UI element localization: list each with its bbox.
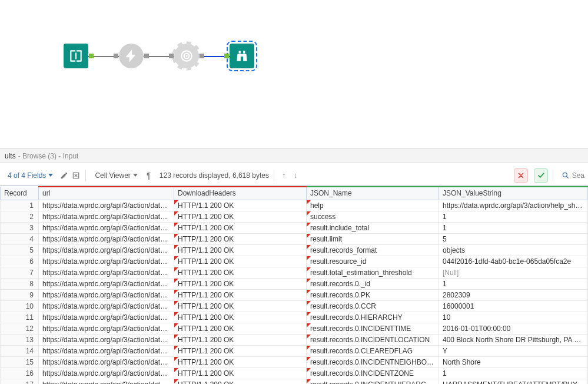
cell-json-valuestring[interactable]: Y xyxy=(439,345,588,356)
cell-download-headers[interactable]: HTTP/1.1 200 OK xyxy=(174,312,307,323)
edit-icon[interactable] xyxy=(59,171,69,180)
cell-download-headers[interactable]: HTTP/1.1 200 OK xyxy=(174,368,307,379)
cell-json-name[interactable]: result.records.0.INCIDENTLOCATION xyxy=(307,334,439,345)
search-box[interactable]: Sea xyxy=(562,171,584,180)
cell-json-name[interactable]: result.records.0.HIERARCHY xyxy=(307,312,439,323)
cell-json-valuestring[interactable]: https://data.wprdc.org/api/3/action/help… xyxy=(439,200,588,211)
cell-download-headers[interactable]: HTTP/1.1 200 OK xyxy=(174,211,307,222)
cell-json-name[interactable]: result.records.0.INCIDENTZONE xyxy=(307,368,439,379)
cell-json-name[interactable]: result.records.0.INCIDENTTIME xyxy=(307,323,439,334)
cell-json-valuestring[interactable]: [Null] xyxy=(439,267,588,278)
cell-json-name[interactable]: result.records.0.PK xyxy=(307,289,439,300)
table-row[interactable]: 4https://data.wprdc.org/api/3/action/dat… xyxy=(1,233,588,244)
cell-download-headers[interactable]: HTTP/1.1 200 OK xyxy=(174,222,307,233)
cell-json-name[interactable]: result.records_format xyxy=(307,244,439,256)
reject-button[interactable] xyxy=(514,168,528,183)
cell-url[interactable]: https://data.wprdc.org/api/3/action/data… xyxy=(39,323,174,334)
cell-url[interactable]: https://data.wprdc.org/api/3/action/data… xyxy=(39,345,174,356)
table-row[interactable]: 15https://data.wprdc.org/api/3/action/da… xyxy=(1,356,588,368)
cell-json-valuestring[interactable]: 1 xyxy=(439,368,588,379)
cell-download-headers[interactable]: HTTP/1.1 200 OK xyxy=(174,233,307,244)
cell-json-valuestring[interactable]: 5 xyxy=(439,233,588,244)
table-row[interactable]: 17https://data.wprdc.org/api/3/action/da… xyxy=(1,379,588,384)
cell-download-headers[interactable]: HTTP/1.1 200 OK xyxy=(174,256,307,267)
cell-json-valuestring[interactable]: HARRASSMENT/THREAT/ATTEMPT/PHY xyxy=(439,379,588,384)
cell-download-headers[interactable]: HTTP/1.1 200 OK xyxy=(174,379,307,384)
cell-json-name[interactable]: result.include_total xyxy=(307,222,439,233)
cell-url[interactable]: https://data.wprdc.org/api/3/action/data… xyxy=(39,278,174,289)
cell-json-name[interactable]: help xyxy=(307,200,439,211)
cell-url[interactable]: https://data.wprdc.org/api/3/action/data… xyxy=(39,334,174,345)
cell-json-name[interactable]: result.records.0.INCIDENTHIERARCHYDESC xyxy=(307,379,439,384)
cell-download-headers[interactable]: HTTP/1.1 200 OK xyxy=(174,345,307,356)
cell-json-name[interactable]: result.resource_id xyxy=(307,256,439,267)
cell-download-headers[interactable]: HTTP/1.1 200 OK xyxy=(174,244,307,256)
table-row[interactable]: 3https://data.wprdc.org/api/3/action/dat… xyxy=(1,222,588,233)
cell-url[interactable]: https://data.wprdc.org/api/3/action/data… xyxy=(39,211,174,222)
cell-json-name[interactable]: result.total_estimation_threshold xyxy=(307,267,439,278)
table-row[interactable]: 6https://data.wprdc.org/api/3/action/dat… xyxy=(1,256,588,267)
col-url[interactable]: url xyxy=(39,187,174,200)
table-row[interactable]: 1https://data.wprdc.org/api/3/action/dat… xyxy=(1,200,588,211)
cell-download-headers[interactable]: HTTP/1.1 200 OK xyxy=(174,334,307,345)
cell-url[interactable]: https://data.wprdc.org/api/3/action/data… xyxy=(39,289,174,300)
cell-url[interactable]: https://data.wprdc.org/api/3/action/data… xyxy=(39,233,174,244)
table-row[interactable]: 16https://data.wprdc.org/api/3/action/da… xyxy=(1,368,588,379)
cell-json-valuestring[interactable]: North Shore xyxy=(439,356,588,368)
table-row[interactable]: 12https://data.wprdc.org/api/3/action/da… xyxy=(1,323,588,334)
download-node[interactable] xyxy=(119,44,144,68)
cell-url[interactable]: https://data.wprdc.org/api/3/action/data… xyxy=(39,312,174,323)
input-anchor[interactable] xyxy=(169,54,174,58)
cell-json-name[interactable]: success xyxy=(307,211,439,222)
browse-node[interactable] xyxy=(230,44,254,68)
cell-url[interactable]: https://data.wprdc.org/api/3/action/data… xyxy=(39,256,174,267)
output-anchor[interactable] xyxy=(89,54,94,58)
cell-download-headers[interactable]: HTTP/1.1 200 OK xyxy=(174,267,307,278)
col-json-name[interactable]: JSON_Name xyxy=(307,187,439,200)
input-anchor[interactable] xyxy=(114,54,118,58)
cell-url[interactable]: https://data.wprdc.org/api/3/action/data… xyxy=(39,368,174,379)
cell-json-valuestring[interactable]: 16000001 xyxy=(439,300,588,312)
cell-json-valuestring[interactable]: 400 Block North Shore DR Pittsburgh, PA … xyxy=(439,334,588,345)
accept-button[interactable] xyxy=(534,168,548,183)
cell-json-valuestring[interactable]: 10 xyxy=(439,312,588,323)
col-json-valuestring[interactable]: JSON_ValueString xyxy=(439,187,588,200)
cell-url[interactable]: https://data.wprdc.org/api/3/action/data… xyxy=(39,356,174,368)
paragraph-icon[interactable]: ¶ xyxy=(144,171,154,180)
cell-json-valuestring[interactable]: 044f2016-1dfd-4ab0-bc1e-065da05fca2e xyxy=(439,256,588,267)
arrow-up-icon[interactable]: ↑ xyxy=(279,171,288,180)
clear-icon[interactable] xyxy=(71,171,81,180)
text-input-node[interactable] xyxy=(64,44,88,68)
table-row[interactable]: 10https://data.wprdc.org/api/3/action/da… xyxy=(1,300,588,312)
cell-download-headers[interactable]: HTTP/1.1 200 OK xyxy=(174,289,307,300)
cell-json-name[interactable]: result.records.0.CCR xyxy=(307,300,439,312)
output-anchor[interactable] xyxy=(200,54,204,58)
table-row[interactable]: 13https://data.wprdc.org/api/3/action/da… xyxy=(1,334,588,345)
col-download-headers[interactable]: DownloadHeaders xyxy=(174,187,307,200)
workflow-canvas[interactable] xyxy=(0,0,588,147)
arrow-down-icon[interactable]: ↓ xyxy=(291,171,300,180)
cell-download-headers[interactable]: HTTP/1.1 200 OK xyxy=(174,323,307,334)
cell-json-valuestring[interactable]: 1 xyxy=(439,222,588,233)
cell-json-valuestring[interactable]: 2802309 xyxy=(439,289,588,300)
cell-viewer-dropdown[interactable]: Cell Viewer xyxy=(91,169,141,182)
cell-download-headers[interactable]: HTTP/1.1 200 OK xyxy=(174,356,307,368)
table-row[interactable]: 8https://data.wprdc.org/api/3/action/dat… xyxy=(1,278,588,289)
results-grid[interactable]: Record url DownloadHeaders JSON_Name JSO… xyxy=(0,186,588,384)
parse-node[interactable] xyxy=(174,44,199,68)
input-anchor[interactable] xyxy=(224,54,229,58)
cell-url[interactable]: https://data.wprdc.org/api/3/action/data… xyxy=(39,300,174,312)
cell-json-name[interactable]: result.limit xyxy=(307,233,439,244)
output-anchor[interactable] xyxy=(144,54,149,58)
table-row[interactable]: 2https://data.wprdc.org/api/3/action/dat… xyxy=(1,211,588,222)
cell-json-valuestring[interactable]: objects xyxy=(439,244,588,256)
cell-json-name[interactable]: result.records.0.CLEAREDFLAG xyxy=(307,345,439,356)
table-row[interactable]: 14https://data.wprdc.org/api/3/action/da… xyxy=(1,345,588,356)
cell-json-valuestring[interactable]: 2016-01-01T00:00:00 xyxy=(439,323,588,334)
cell-url[interactable]: https://data.wprdc.org/api/3/action/data… xyxy=(39,200,174,211)
cell-json-name[interactable]: result.records.0._id xyxy=(307,278,439,289)
cell-url[interactable]: https://data.wprdc.org/api/3/action/data… xyxy=(39,222,174,233)
cell-url[interactable]: https://data.wprdc.org/api/3/action/data… xyxy=(39,379,174,384)
cell-download-headers[interactable]: HTTP/1.1 200 OK xyxy=(174,200,307,211)
table-row[interactable]: 11https://data.wprdc.org/api/3/action/da… xyxy=(1,312,588,323)
